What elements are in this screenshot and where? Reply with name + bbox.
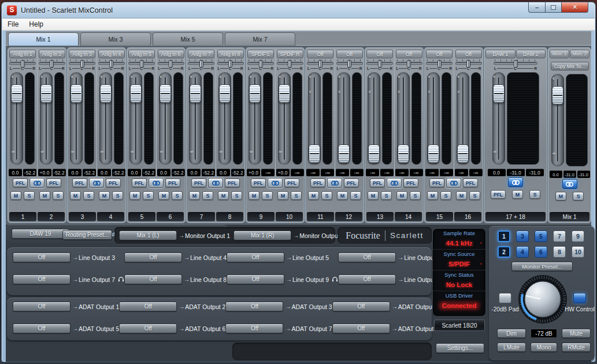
pan-slider[interactable]: LCR — [188, 59, 214, 71]
tab-mix-3[interactable]: Mix 3 — [80, 32, 151, 46]
solo-button[interactable]: S — [172, 191, 183, 200]
monitor-preset-3-button[interactable]: 3 — [516, 231, 529, 242]
settings-button[interactable]: Settings... — [436, 343, 484, 353]
tab-mix-1[interactable]: Mix 1 — [8, 32, 79, 46]
menu-help[interactable]: Help — [29, 20, 43, 28]
fader-handle[interactable] — [219, 84, 231, 103]
fader-handle[interactable] — [71, 84, 82, 103]
pfl-button[interactable]: PFL — [284, 179, 299, 187]
route-source-button[interactable]: Off — [227, 274, 284, 284]
monitor-preset-4-button[interactable]: 4 — [516, 246, 529, 258]
pfl-button[interactable]: PFL — [310, 179, 325, 187]
mute-button[interactable]: M — [555, 192, 566, 200]
pan-slider[interactable]: LCR — [455, 59, 482, 71]
pan-slider[interactable]: LCR — [426, 59, 453, 71]
mute-button[interactable]: M — [337, 191, 348, 200]
route-source-button[interactable]: Off — [119, 302, 177, 311]
pan-handle[interactable] — [407, 60, 411, 68]
solo-button[interactable]: S — [573, 192, 584, 200]
solo-button[interactable]: S — [53, 191, 64, 200]
pan-slider[interactable]: LCR — [307, 59, 333, 71]
solo-button[interactable]: S — [83, 191, 94, 200]
tab-mix-5[interactable]: Mix 5 — [153, 32, 223, 46]
route-source-button[interactable]: Mix 1 (R) — [233, 231, 291, 240]
pan-slider[interactable]: LCR — [336, 59, 363, 71]
stereo-link-button[interactable] — [327, 178, 342, 188]
pfl-button[interactable]: PFL — [370, 179, 385, 187]
pfl-button[interactable]: PFL — [344, 179, 359, 187]
channel-source-button[interactable]: Off — [455, 50, 482, 58]
mute-button[interactable]: M — [512, 190, 523, 199]
solo-button[interactable]: S — [143, 191, 154, 200]
monitor-preset-9-button[interactable]: 9 — [572, 231, 584, 242]
solo-button[interactable]: S — [291, 191, 302, 200]
mute-button[interactable]: M — [218, 191, 229, 200]
pfl-button[interactable]: PFL — [463, 179, 478, 187]
route-source-button[interactable]: Mix 1 (L) — [119, 231, 177, 240]
pan-slider[interactable]: LCR — [69, 59, 95, 71]
monitor-preset-5-button[interactable]: 5 — [535, 231, 547, 242]
pan-handle[interactable] — [378, 60, 382, 68]
solo-button[interactable]: S — [529, 190, 540, 199]
route-source-button[interactable]: Off — [124, 274, 182, 284]
pan-handle[interactable] — [140, 60, 144, 68]
close-button[interactable]: ✕ — [562, 2, 588, 13]
device-name-button[interactable]: Scarlett 18i20 — [434, 320, 485, 331]
solo-button[interactable]: S — [231, 191, 242, 200]
monitor-preset-button[interactable]: Monitor Preset... — [511, 262, 573, 271]
pfl-button[interactable]: PFL — [225, 179, 240, 187]
channel-source-button[interactable]: Anlg In 8 — [217, 50, 244, 58]
pan-handle[interactable] — [514, 60, 518, 68]
fader-handle[interactable] — [40, 84, 52, 103]
stereo-link-button[interactable] — [508, 177, 523, 187]
mute-button[interactable]: M — [427, 191, 438, 200]
mute-button[interactable]: M — [129, 191, 140, 200]
pan-handle[interactable] — [288, 60, 292, 68]
status-value[interactable]: 44.1 kHz▼ — [433, 237, 485, 249]
pfl-button[interactable]: PFL — [132, 179, 147, 187]
stereo-link-button[interactable] — [562, 179, 577, 189]
title-bar[interactable]: S Untitled - Scarlett MixControl – ✕ — [2, 2, 595, 18]
channel-source-button[interactable]: Off — [336, 50, 363, 58]
pan-handle[interactable] — [259, 60, 263, 68]
pan-handle[interactable] — [50, 60, 54, 68]
routing-preset-button[interactable]: Routing Preset... — [62, 230, 112, 240]
mute-button[interactable]: M — [249, 191, 259, 200]
monitor-preset-1-button[interactable]: 1 — [498, 231, 510, 242]
route-source-button[interactable]: Off — [332, 324, 390, 333]
fader-handle[interactable] — [11, 84, 23, 103]
route-source-button[interactable]: Off — [332, 302, 390, 311]
fader-handle[interactable] — [493, 84, 505, 103]
pan-slider[interactable]: LCR — [247, 59, 274, 71]
monitor-preset-7-button[interactable]: 7 — [553, 231, 566, 242]
mute-button[interactable]: M — [456, 191, 467, 200]
mute-button[interactable]: M — [396, 191, 407, 200]
channel-source-button[interactable]: SPDIF R — [277, 50, 303, 58]
menu-file[interactable]: File — [8, 20, 18, 28]
tab-mix-7[interactable]: Mix 7 — [225, 32, 295, 46]
fader-handle[interactable] — [130, 84, 142, 103]
fader-handle[interactable] — [338, 144, 350, 163]
stereo-link-button[interactable] — [446, 178, 461, 188]
route-source-button[interactable]: Off — [13, 324, 71, 333]
fader-handle[interactable] — [368, 144, 380, 163]
pan-handle[interactable] — [21, 60, 25, 68]
pan-slider[interactable]: LCR — [39, 59, 65, 71]
solo-button[interactable]: S — [350, 191, 361, 200]
fader-handle[interactable] — [398, 144, 409, 163]
stereo-link-button[interactable] — [387, 178, 402, 188]
pfl-button[interactable]: PFL — [491, 190, 506, 199]
channel-source-button[interactable]: Off — [366, 50, 393, 58]
daw-source-button[interactable]: DAW 2 — [516, 50, 546, 58]
fader-handle[interactable] — [160, 84, 171, 103]
daw-source-button[interactable]: DAW 1 — [485, 50, 516, 58]
pfl-button[interactable]: PFL — [165, 179, 180, 187]
pfl-button[interactable]: PFL — [46, 179, 61, 187]
fader-handle[interactable] — [190, 84, 201, 103]
minimize-button[interactable]: – — [528, 2, 546, 13]
mute-button[interactable]: M — [70, 191, 81, 200]
mono-button[interactable]: Mono — [531, 343, 557, 352]
dim-button[interactable]: Dim — [497, 329, 526, 338]
pan-handle[interactable] — [347, 60, 351, 68]
pan-handle[interactable] — [109, 60, 113, 68]
